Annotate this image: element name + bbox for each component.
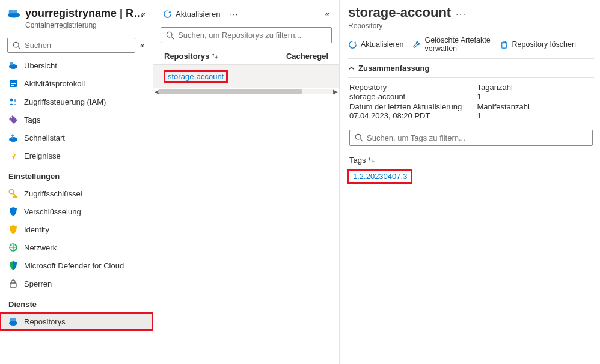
tags-header[interactable]: Tags xyxy=(348,152,594,168)
scroll-thumb[interactable] xyxy=(158,89,302,94)
sidebar-collapse-menu[interactable]: « xyxy=(139,41,145,50)
refresh-button[interactable]: Aktualisieren xyxy=(348,40,404,49)
trash-icon xyxy=(500,40,509,49)
svg-rect-2 xyxy=(13,10,17,13)
repo-row[interactable]: storage-account xyxy=(153,65,339,88)
svg-rect-1 xyxy=(9,10,13,13)
sidebar-item-overview[interactable]: Übersicht xyxy=(0,56,153,74)
sidebar-item-label: Übersicht xyxy=(24,61,57,70)
sidebar-item-defender[interactable]: Microsoft Defender for Cloud xyxy=(0,256,153,275)
network-icon xyxy=(8,243,18,252)
quickstart-icon xyxy=(8,133,18,142)
sidebar-search[interactable] xyxy=(7,38,135,53)
sidebar-nav: Übersicht Aktivitätsprotokoll Zugriffsst… xyxy=(0,56,153,359)
repo-table-header: Repositorys Cacheregel xyxy=(153,48,339,65)
tag-icon xyxy=(8,115,18,124)
sidebar-item-label: Aktivitätsprotokoll xyxy=(24,79,85,88)
wrench-icon xyxy=(412,40,421,49)
svg-rect-6 xyxy=(10,62,13,65)
svg-rect-8 xyxy=(11,82,16,82)
key-icon xyxy=(8,189,18,198)
manage-deleted-button[interactable]: Gelöschte Artefakte verwalten xyxy=(412,36,491,53)
svg-rect-23 xyxy=(501,43,506,48)
svg-rect-10 xyxy=(11,85,14,86)
refresh-button[interactable]: Aktualisieren xyxy=(159,7,224,21)
sidebar-item-encryption[interactable]: Verschlüsselung xyxy=(0,202,153,220)
search-icon xyxy=(166,31,174,40)
shield-icon xyxy=(8,207,18,216)
sidebar-item-label: Verschlüsselung xyxy=(24,207,81,216)
sidebar-item-label: Tags xyxy=(24,115,40,124)
lock-icon xyxy=(8,279,18,288)
sidebar-item-access-keys[interactable]: Zugriffsschlüssel xyxy=(0,184,153,202)
svg-point-21 xyxy=(167,32,172,37)
repo-search-input[interactable] xyxy=(178,31,326,40)
sort-icon xyxy=(368,157,375,163)
tag-link[interactable]: 1.2.20230407.3 xyxy=(348,169,412,183)
log-icon xyxy=(8,79,18,88)
sidebar-item-label: Zugriffsschlüssel xyxy=(24,189,82,198)
sidebar-collapse-btn[interactable]: « xyxy=(141,10,145,19)
refresh-label: Aktualisieren xyxy=(176,10,220,19)
repo-icon xyxy=(8,317,18,326)
meta-tagcount-label: Taganzahl xyxy=(477,83,593,92)
sidebar-item-locks[interactable]: Sperren xyxy=(0,275,153,293)
defender-icon xyxy=(8,261,18,270)
page-title: yourregistryname | Repositorys xyxy=(25,7,145,20)
sidebar-item-events[interactable]: Ereignisse xyxy=(0,147,153,165)
horizontal-scrollbar[interactable]: ◀ ▶ xyxy=(158,89,334,94)
search-icon xyxy=(13,41,21,50)
svg-rect-19 xyxy=(10,318,13,321)
meta-manifest-label: Manifestanzahl xyxy=(477,102,593,111)
detail-subtitle: Repository xyxy=(348,22,594,30)
sidebar-group-services: Dienste xyxy=(0,293,153,312)
middle-collapse-btn[interactable]: « xyxy=(323,10,332,19)
delete-repo-button[interactable]: Repository löschen xyxy=(500,40,576,49)
sidebar-item-iam[interactable]: Zugriffssteuerung (IAM) xyxy=(0,93,153,111)
svg-point-18 xyxy=(9,321,17,326)
sidebar-item-tags[interactable]: Tags xyxy=(0,111,153,129)
repository-detail-panel: storage-account ··· Repository Aktualisi… xyxy=(340,0,600,364)
more-menu[interactable]: ··· xyxy=(226,8,242,20)
sidebar-header: yourregistryname | Repositorys Container… xyxy=(0,5,153,32)
tag-search[interactable] xyxy=(349,130,593,146)
refresh-icon xyxy=(348,40,357,49)
sidebar-item-network[interactable]: Netzwerk xyxy=(0,238,153,256)
sidebar-item-label: Ereignisse xyxy=(24,151,61,160)
sidebar-item-label: Schnellstart xyxy=(24,133,65,142)
svg-point-12 xyxy=(14,99,16,102)
svg-point-3 xyxy=(13,42,19,47)
repo-name-link[interactable]: storage-account xyxy=(164,71,227,82)
col-header-cache-rule[interactable]: Cacheregel xyxy=(286,52,328,61)
svg-point-11 xyxy=(10,99,13,102)
sidebar-item-activity-log[interactable]: Aktivitätsprotokoll xyxy=(0,74,153,93)
meta-repo-value: storage-account xyxy=(349,92,465,101)
sidebar-item-repositories[interactable]: Repositorys xyxy=(0,312,153,330)
svg-rect-20 xyxy=(13,318,16,321)
search-icon xyxy=(355,133,363,142)
col-header-repositories[interactable]: Repositorys xyxy=(164,52,286,61)
svg-line-25 xyxy=(360,139,363,141)
sidebar-item-label: Zugriffssteuerung (IAM) xyxy=(24,97,106,106)
detail-more-menu[interactable]: ··· xyxy=(456,8,467,19)
sidebar-item-label: Repositorys xyxy=(24,317,66,326)
sidebar-group-settings: Einstellungen xyxy=(0,165,153,184)
meta-tagcount-value: 1 xyxy=(477,92,593,101)
scroll-right-icon[interactable]: ▶ xyxy=(333,88,338,95)
registry-icon xyxy=(7,8,20,19)
sidebar-item-quickstart[interactable]: Schnellstart xyxy=(0,129,153,147)
svg-rect-17 xyxy=(10,283,16,287)
repo-search[interactable] xyxy=(161,27,332,43)
summary-grid: Repository storage-account Taganzahl 1 D… xyxy=(348,78,594,126)
sidebar-item-label: Identity xyxy=(24,225,49,234)
sidebar-search-input[interactable] xyxy=(25,41,130,50)
sidebar-item-identity[interactable]: Identity xyxy=(0,220,153,238)
page-subtitle: Containerregistrierung xyxy=(25,21,145,29)
svg-line-4 xyxy=(18,47,20,49)
svg-point-5 xyxy=(9,64,17,69)
summary-expander[interactable]: Zusammenfassung xyxy=(348,59,594,78)
repository-list-panel: Aktualisieren ··· « Repositorys Cachereg… xyxy=(153,0,340,364)
meta-date-value: 07.04.2023, 08:20 PDT xyxy=(349,111,465,120)
tag-search-input[interactable] xyxy=(367,133,587,142)
svg-line-22 xyxy=(171,37,174,39)
